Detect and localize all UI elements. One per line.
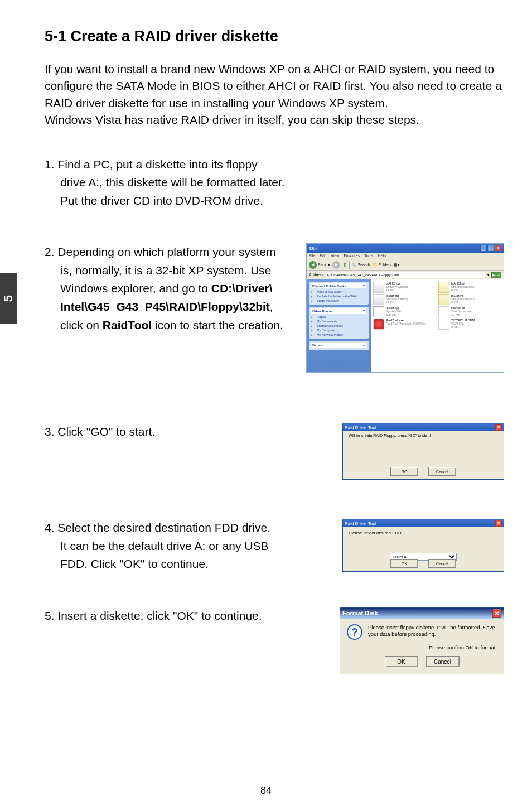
dialog-message: Will be create RAID Floppy, press "GO" t… (349, 433, 498, 437)
dialog-title: Raid Driver Tool (345, 521, 376, 526)
views-button[interactable]: ▦▾ (394, 263, 400, 267)
back-button[interactable]: ◄Back ▾ (309, 261, 330, 269)
explorer-title: 32bit (309, 247, 317, 250)
file-item[interactable]: TXTSETUP.OEMOEM File6 KB (438, 319, 501, 330)
other-places-title: Other Places (312, 310, 333, 313)
page-number: 84 (0, 785, 532, 797)
ok-button[interactable]: OK (390, 559, 418, 568)
place-mydocs[interactable]: My Documents (311, 319, 366, 324)
collapse-icon[interactable]: ⌃ (362, 284, 365, 288)
explorer-toolbar: ◄Back ▾ ► ⬆ 🔍Search 📁Folders ▦▾ (307, 259, 504, 271)
step3-text: 3. Click "GO" to start. (45, 423, 331, 441)
cancel-button[interactable]: Cancel (428, 467, 456, 476)
explorer-screenshot: 32bit _ ▢ ✕ File Edit View Favorites Too… (306, 243, 504, 373)
step2-l5b: RaidTool (103, 319, 152, 331)
confirm-message: Please confirm OK to format. (347, 644, 497, 650)
maximize-button[interactable]: ▢ (487, 245, 494, 252)
file-folder-tasks-title: File and Folder Tasks (312, 285, 346, 288)
place-network[interactable]: My Network Places (311, 332, 366, 337)
close-icon[interactable]: ✕ (495, 520, 502, 527)
raid-driver-tool-dialog-fdd: Raid Driver Tool ✕ Please select desired… (342, 519, 504, 572)
file-icon (373, 306, 384, 317)
file-item[interactable]: IaStor.sysSystem file305 KB (373, 306, 436, 317)
dialog-message: Please select desired FDD. (349, 531, 403, 536)
file-size: 11 KB (386, 288, 408, 292)
format-disk-screenshot: Format Disk ✕ ? Please insert floppy dis… (340, 607, 504, 674)
collapse-icon[interactable]: ⌃ (362, 309, 365, 313)
menu-file[interactable]: File (309, 254, 315, 258)
file-item[interactable]: iaStor.catSecurity Catalog11 KB (373, 294, 436, 305)
step2-num: 2. (45, 245, 57, 258)
file-size: 6 KB (451, 325, 475, 329)
step4-num: 4. (45, 521, 57, 534)
step1-l1: Find a PC, put a diskette into its flopp… (57, 158, 257, 171)
task-new-folder[interactable]: Make a new folder (311, 290, 366, 294)
expand-icon[interactable]: ⌄ (362, 343, 365, 347)
place-floppy[interactable]: Floppy (311, 315, 366, 319)
address-dropdown-icon[interactable]: ▾ (487, 273, 489, 277)
file-item[interactable]: iaStor.infSetup Information6 KB (438, 294, 501, 305)
other-places-panel: Other Places⌃ Floppy My Documents Shared… (309, 307, 369, 339)
explorer-menubar: File Edit View Favorites Tools Help (307, 253, 504, 259)
step1-l2: drive A:, this diskette will be formatte… (45, 173, 504, 192)
explorer-side-panel: File and Folder Tasks⌃ Make a new folder… (307, 279, 371, 372)
explorer-window: 32bit _ ▢ ✕ File Edit View Favorites Too… (306, 243, 504, 373)
go-button[interactable]: ▶Go (491, 272, 501, 278)
menu-help[interactable]: Help (378, 254, 386, 258)
step2-l3b: CD:\Driver\ (211, 282, 273, 295)
minimize-button[interactable]: _ (480, 245, 487, 252)
cancel-button[interactable]: Cancel (428, 559, 456, 568)
file-icon (438, 319, 449, 330)
ok-button[interactable]: OK (385, 656, 418, 667)
file-item[interactable]: RaidTool.exeRaidTool Microsoft 基础类应... (373, 319, 436, 330)
task-share[interactable]: Share this folder (311, 298, 366, 303)
task-publish[interactable]: Publish this folder to the Web (311, 294, 366, 298)
intro-text: If you want to install a brand new Windo… (45, 62, 502, 126)
step4-l2: It can be the default drive A: or any US… (45, 537, 331, 556)
folders-button[interactable]: 📁Folders (373, 263, 391, 267)
address-input[interactable] (326, 272, 485, 278)
step-5: 5. Insert a diskette, click "OK" to cont… (45, 607, 504, 674)
page-title: 5-1 Create a RAID driver diskette (45, 28, 504, 45)
file-list: iaAHCI.catSecurity Catalog11 KBiaAHCI.in… (371, 279, 504, 372)
intro-paragraph: If you want to install a brand new Windo… (45, 61, 504, 129)
file-item[interactable]: iaAHCI.catSecurity Catalog11 KB (373, 282, 436, 293)
file-icon (373, 294, 384, 305)
menu-view[interactable]: View (331, 254, 339, 258)
menu-favorites[interactable]: Favorites (344, 254, 360, 258)
close-icon[interactable]: ✕ (492, 609, 501, 618)
file-icon (438, 306, 449, 317)
search-button[interactable]: 🔍Search (352, 263, 370, 267)
dialog-title: Raid Driver Tool (345, 425, 376, 430)
up-button[interactable]: ⬆ (342, 262, 347, 268)
close-button[interactable]: ✕ (495, 245, 501, 252)
step-3: 3. Click "GO" to start. Raid Driver Tool… (45, 423, 504, 480)
place-mycomputer[interactable]: My Computer (311, 328, 366, 332)
file-icon (373, 282, 384, 293)
dialog-title: Format Disk (342, 610, 378, 616)
file-size: 12 KB (451, 313, 472, 316)
file-item[interactable]: iaAHCI.infSetup Information8 KB (438, 282, 501, 293)
go-button[interactable]: GO (390, 467, 418, 476)
step2-l5c: icon to start the creation. (152, 319, 283, 331)
details-title: Details (312, 344, 323, 347)
address-label: Address (309, 273, 323, 277)
menu-tools[interactable]: Tools (364, 254, 373, 258)
close-icon[interactable]: ✕ (495, 424, 502, 431)
file-size: 6 KB (451, 301, 475, 304)
file-size: 305 KB (386, 313, 401, 316)
forward-button[interactable]: ► (332, 261, 340, 269)
file-icon (373, 319, 384, 330)
step2-l2: is, normally, it is a 32-bit XP system. … (45, 262, 295, 280)
cancel-button[interactable]: Cancel (426, 656, 460, 667)
step1-l3: Put the driver CD into DVD-ROM drive. (45, 192, 504, 210)
explorer-titlebar: 32bit _ ▢ ✕ (307, 244, 504, 253)
question-icon: ? (347, 624, 362, 640)
step-2: 2. Depending on which platform your syst… (45, 243, 504, 373)
file-size: 8 KB (451, 288, 475, 292)
dialog-message: Please insert floppy diskette. It will b… (368, 624, 497, 638)
place-shared[interactable]: Shared Documents (311, 324, 366, 328)
step4-l1: Select the desired destination FDD drive… (57, 521, 270, 534)
menu-edit[interactable]: Edit (320, 254, 326, 258)
file-item[interactable]: license.txtText Document12 KB (438, 306, 501, 317)
